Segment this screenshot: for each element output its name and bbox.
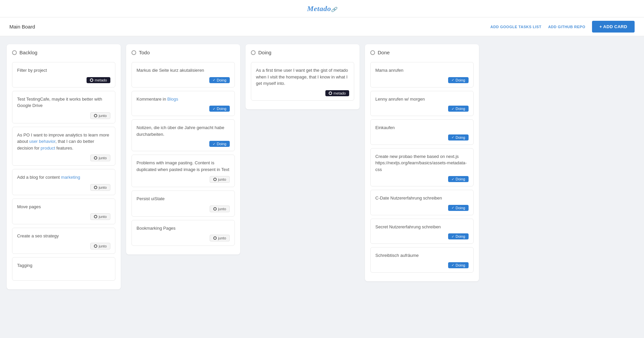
card-footer: ✓ Doing — [375, 77, 469, 83]
card-footer: junto — [17, 243, 110, 249]
card-footer: junto — [137, 176, 230, 183]
card-text: Create a seo strategy — [17, 233, 110, 239]
tag-done: ✓ Doing — [448, 176, 469, 182]
card-footer: ✓ Doing — [137, 106, 230, 112]
app-title-icon: 🔗 — [331, 7, 337, 12]
tag-junto: junto — [90, 155, 110, 161]
check-icon: ✓ — [451, 107, 454, 111]
tag-junto: junto — [90, 213, 110, 220]
top-nav: Metado🔗 — [0, 0, 644, 17]
card-todo-5[interactable]: Persist uiState junto — [131, 190, 235, 217]
check-icon: ✓ — [451, 78, 454, 82]
card-text: Notizen, die ich über die Jahre gemacht … — [137, 124, 230, 137]
column-header-done: Done — [370, 50, 474, 57]
tag-doing: ✓ Doing — [209, 106, 230, 112]
card-backlog-4[interactable]: Add a blog for content marketing junto — [12, 169, 115, 195]
card-todo-2[interactable]: Kommentare in Blogs ✓ Doing — [131, 91, 235, 116]
card-text: Lenny anrufen w/ morgen — [375, 96, 469, 103]
card-done-2[interactable]: Lenny anrufen w/ morgen ✓ Doing — [370, 91, 474, 116]
card-footer: ✓ Doing — [375, 262, 469, 268]
todo-column-icon — [131, 50, 136, 55]
tag-icon — [94, 114, 97, 117]
add-github-repo-button[interactable]: ADD GITHUB REPO — [548, 25, 585, 29]
card-text: C-Date Nutzererfahrung schreiben — [375, 195, 469, 202]
tag-junto: junto — [90, 184, 110, 191]
card-footer: ✓ Doing — [137, 77, 230, 83]
card-todo-6[interactable]: Bookmarking Pages junto — [131, 220, 235, 246]
card-footer: metado — [256, 90, 349, 96]
card-text: Schreibtisch aufräume — [375, 252, 469, 259]
card-done-3[interactable]: Einkaufen ✓ Doing — [370, 119, 474, 145]
card-text: Markus die Seite kurz akutalisieren — [137, 67, 230, 74]
tag-icon — [94, 156, 97, 160]
card-text: Secret Nutzererfahrung schreiben — [375, 224, 469, 230]
check-icon: ✓ — [451, 235, 454, 238]
column-header-backlog: Backlog — [12, 50, 115, 57]
card-text: Bookmarking Pages — [137, 225, 230, 232]
app-title-text: Metado — [307, 4, 331, 13]
card-text: Add a blog for content marketing — [17, 174, 110, 181]
card-done-4[interactable]: Create new probao theme based on next.js… — [370, 148, 474, 187]
card-footer: ✓ Doing — [375, 176, 469, 182]
column-title-todo: Todo — [139, 50, 150, 55]
check-icon: ✓ — [451, 177, 454, 181]
column-doing: Doing As a first time user I want get th… — [246, 44, 360, 109]
card-backlog-2[interactable]: Test TestingCafe, maybe it works better … — [12, 91, 115, 123]
card-backlog-6[interactable]: Create a seo strategy junto — [12, 228, 115, 254]
check-icon: ✓ — [213, 142, 215, 146]
card-footer: junto — [17, 112, 110, 119]
board-actions: ADD GOOGLE TASKS LIST ADD GITHUB REPO + … — [490, 21, 635, 33]
card-done-6[interactable]: Secret Nutzererfahrung schreiben ✓ Doing — [370, 219, 474, 244]
doing-column-icon — [251, 50, 256, 55]
check-icon: ✓ — [451, 135, 454, 139]
card-text: Mama anrufen — [375, 67, 469, 74]
card-footer: ✓ Doing — [375, 134, 469, 140]
tag-done: ✓ Doing — [448, 77, 469, 83]
card-done-7[interactable]: Schreibtisch aufräume ✓ Doing — [370, 247, 474, 273]
card-done-5[interactable]: C-Date Nutzererfahrung schreiben ✓ Doing — [370, 190, 474, 215]
card-text: Create new probao theme based on next.js… — [375, 153, 469, 173]
card-footer: junto — [137, 206, 230, 212]
board-title: Main Board — [9, 24, 35, 30]
tag-icon — [213, 236, 217, 240]
card-text: Tagging — [17, 262, 110, 269]
tag-icon — [94, 215, 97, 218]
check-icon: ✓ — [213, 107, 215, 111]
column-title-done: Done — [378, 50, 390, 55]
column-backlog: Backlog Filter by project metado Test Te… — [7, 44, 121, 289]
tag-done: ✓ Doing — [448, 262, 469, 268]
card-footer: ✓ Doing — [375, 205, 469, 211]
column-done: Done Mama anrufen ✓ Doing Lenny anrufen … — [365, 44, 479, 281]
tag-junto: junto — [210, 206, 230, 212]
board-container: Backlog Filter by project metado Test Te… — [0, 36, 644, 338]
column-title-backlog: Backlog — [19, 50, 37, 55]
card-backlog-1[interactable]: Filter by project metado — [12, 62, 115, 88]
card-footer: junto — [17, 213, 110, 220]
card-doing-1[interactable]: As a first time user I want get the gist… — [251, 62, 354, 101]
card-backlog-3[interactable]: As PO I want to improve analytics to lea… — [12, 127, 115, 166]
check-icon: ✓ — [213, 78, 215, 82]
tag-junto: junto — [210, 176, 230, 183]
tag-icon — [94, 186, 97, 189]
card-text: Filter by project — [17, 67, 110, 74]
card-done-1[interactable]: Mama anrufen ✓ Doing — [370, 62, 474, 88]
card-backlog-5[interactable]: Move pages junto — [12, 199, 115, 225]
board-header: Main Board ADD GOOGLE TASKS LIST ADD GIT… — [0, 17, 644, 36]
tag-metado: metado — [325, 90, 349, 96]
column-title-doing: Doing — [258, 50, 271, 55]
card-backlog-7[interactable]: Tagging — [12, 257, 115, 281]
card-footer: junto — [17, 155, 110, 161]
card-text: Problems with image pasting. Content is … — [137, 160, 230, 173]
card-text: Persist uiState — [137, 195, 230, 202]
tag-icon — [90, 78, 93, 82]
add-google-tasks-button[interactable]: ADD GOOGLE TASKS LIST — [490, 25, 541, 29]
card-footer: ✓ Doing — [375, 233, 469, 239]
tag-icon — [94, 244, 97, 248]
card-todo-4[interactable]: Problems with image pasting. Content is … — [131, 155, 235, 187]
card-text: As a first time user I want get the gist… — [256, 67, 349, 87]
card-todo-3[interactable]: Notizen, die ich über die Jahre gemacht … — [131, 119, 235, 151]
card-todo-1[interactable]: Markus die Seite kurz akutalisieren ✓ Do… — [131, 62, 235, 88]
card-footer: junto — [17, 184, 110, 191]
tag-icon — [213, 178, 217, 181]
add-card-button[interactable]: + ADD CARD — [592, 21, 635, 33]
